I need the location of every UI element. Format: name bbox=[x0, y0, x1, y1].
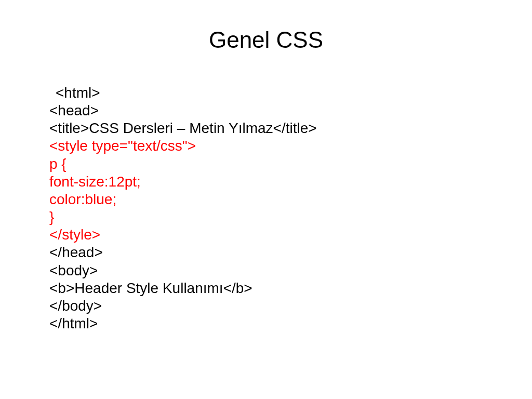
code-line-html-close: </html> bbox=[49, 315, 532, 332]
code-line-head-open: <head> bbox=[49, 102, 532, 119]
code-line-body-open: <body> bbox=[49, 262, 532, 280]
code-block: <html> <head> <title>CSS Dersleri – Meti… bbox=[0, 84, 532, 332]
code-line-head-close: </head> bbox=[49, 244, 532, 261]
code-line-color: color:blue; bbox=[49, 191, 532, 208]
code-line-html-open: <html> bbox=[49, 84, 532, 102]
slide-container: Genel CSS <html> <head> <title>CSS Dersl… bbox=[0, 0, 532, 399]
code-line-fontsize: font-size:12pt; bbox=[49, 173, 532, 191]
code-line-bold: <b>Header Style Kullanımı</b> bbox=[49, 280, 532, 297]
code-line-selector: p { bbox=[49, 155, 532, 173]
code-line-brace-close: } bbox=[49, 208, 532, 226]
code-line-title: <title>CSS Dersleri – Metin Yılmaz</titl… bbox=[49, 119, 532, 137]
slide-title: Genel CSS bbox=[0, 27, 532, 53]
code-line-style-open: <style type="text/css"> bbox=[49, 137, 532, 155]
code-line-style-close: </style> bbox=[49, 226, 532, 244]
code-line-body-close: </body> bbox=[49, 297, 532, 315]
